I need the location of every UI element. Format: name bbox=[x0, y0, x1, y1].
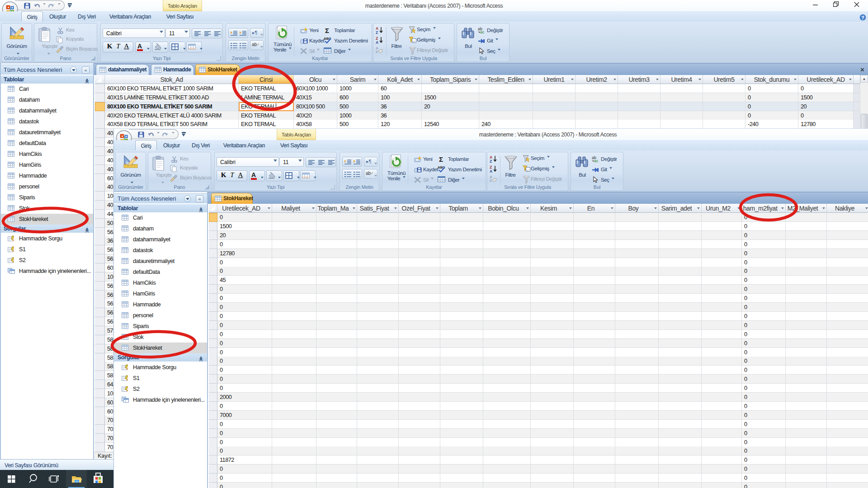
svg-text:Z: Z bbox=[376, 50, 378, 53]
svg-text:Z: Z bbox=[376, 30, 378, 34]
svg-text:A: A bbox=[376, 40, 378, 44]
svg-text:ac: ac bbox=[480, 30, 485, 34]
svg-text:A: A bbox=[490, 169, 492, 173]
svg-text:ac: ac bbox=[594, 159, 599, 163]
svg-text:Z: Z bbox=[490, 159, 492, 163]
svg-text:Z: Z bbox=[490, 178, 492, 182]
